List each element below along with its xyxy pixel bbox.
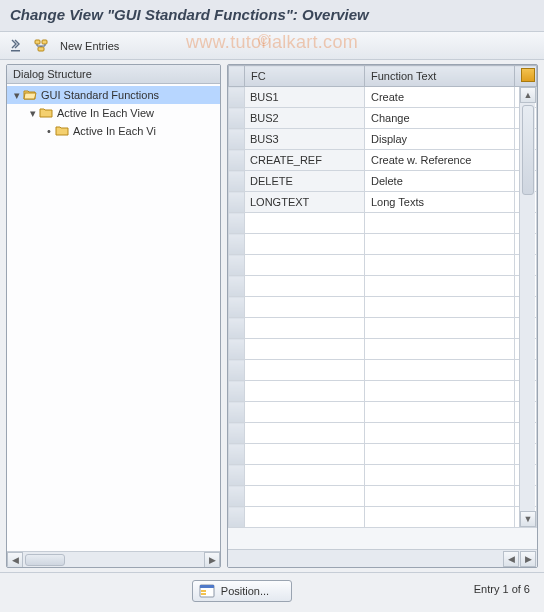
svg-rect-0	[11, 50, 20, 52]
folder-open-icon	[23, 89, 37, 101]
position-label: Position...	[221, 585, 269, 597]
fc-input[interactable]	[245, 108, 364, 128]
row-selector[interactable]	[229, 276, 245, 297]
scroll-thumb[interactable]	[25, 554, 65, 566]
svg-rect-1	[35, 40, 40, 44]
folder-icon	[55, 125, 69, 137]
main-area: Dialog Structure ▾GUI Standard Functions…	[0, 60, 544, 572]
folder-icon	[39, 107, 53, 119]
row-selector[interactable]	[229, 402, 245, 423]
row-selector[interactable]	[229, 87, 245, 108]
row-selector[interactable]	[229, 444, 245, 465]
table-row	[229, 444, 537, 465]
tree-body: ▾GUI Standard Functions▾Active In Each V…	[7, 84, 220, 551]
scroll-up-icon[interactable]: ▲	[520, 87, 536, 103]
svg-rect-7	[201, 593, 206, 595]
tree-node[interactable]: •Active In Each Vi	[7, 122, 220, 140]
table-row	[229, 360, 537, 381]
row-selector[interactable]	[229, 192, 245, 213]
row-selector[interactable]	[229, 486, 245, 507]
collapse-icon[interactable]: ▾	[11, 89, 23, 102]
footer: Position... Entry 1 of 6	[0, 572, 544, 608]
scroll-left-icon[interactable]: ◀	[7, 552, 23, 568]
table-row	[229, 276, 537, 297]
table-row	[229, 507, 537, 528]
function-text-cell: Display	[365, 131, 514, 147]
row-selector[interactable]	[229, 108, 245, 129]
column-header-function-text[interactable]: Function Text	[365, 66, 515, 87]
fc-input[interactable]	[245, 150, 364, 170]
position-icon	[199, 584, 215, 598]
tree-node-label: Active In Each Vi	[73, 125, 156, 137]
table-wrap: FC Function Text CreateChangeDisplayCrea…	[228, 65, 537, 549]
svg-rect-2	[42, 40, 47, 44]
tree-node[interactable]: ▾GUI Standard Functions	[7, 86, 220, 104]
scroll-right-icon[interactable]: ▶	[204, 552, 220, 568]
row-selector[interactable]	[229, 234, 245, 255]
position-button[interactable]: Position...	[192, 580, 292, 602]
table-row	[229, 465, 537, 486]
row-selector[interactable]	[229, 213, 245, 234]
tree-node-label: GUI Standard Functions	[41, 89, 159, 101]
expand-icon[interactable]: •	[43, 125, 55, 137]
row-selector[interactable]	[229, 465, 245, 486]
row-selector[interactable]	[229, 360, 245, 381]
scroll-right-icon[interactable]: ▶	[520, 551, 536, 567]
new-entries-button[interactable]: New Entries	[60, 40, 119, 52]
vertical-scrollbar[interactable]: ▲ ▼	[519, 87, 535, 527]
table-row	[229, 381, 537, 402]
table-row	[229, 423, 537, 444]
function-text-cell: Create w. Reference	[365, 152, 514, 168]
table-row	[229, 213, 537, 234]
table-row	[229, 339, 537, 360]
collapse-icon[interactable]: ▾	[27, 107, 39, 120]
table-row: Change	[229, 108, 537, 129]
function-text-cell: Create	[365, 89, 514, 105]
scroll-thumb[interactable]	[522, 105, 534, 195]
table-row: Delete	[229, 171, 537, 192]
row-selector[interactable]	[229, 423, 245, 444]
row-selector[interactable]	[229, 339, 245, 360]
fc-input[interactable]	[245, 171, 364, 191]
row-selector[interactable]	[229, 150, 245, 171]
toggle-icon[interactable]	[8, 37, 26, 55]
tree-header: Dialog Structure	[7, 65, 220, 84]
table-row: Long Texts	[229, 192, 537, 213]
select-all-header[interactable]	[229, 66, 245, 87]
row-selector[interactable]	[229, 297, 245, 318]
table-row	[229, 402, 537, 423]
entry-info: Entry 1 of 6	[474, 583, 530, 595]
horizontal-scrollbar[interactable]: ◀ ▶	[228, 549, 537, 567]
scroll-left-icon[interactable]: ◀	[503, 551, 519, 567]
table-row	[229, 486, 537, 507]
toolbar: New Entries	[0, 32, 544, 60]
tree-icon[interactable]	[32, 37, 50, 55]
table-row	[229, 234, 537, 255]
svg-rect-3	[38, 47, 44, 51]
table-panel: FC Function Text CreateChangeDisplayCrea…	[227, 64, 538, 568]
table-row: Display	[229, 129, 537, 150]
dialog-structure-panel: Dialog Structure ▾GUI Standard Functions…	[6, 64, 221, 568]
fc-input[interactable]	[245, 129, 364, 149]
table-row: Create	[229, 87, 537, 108]
row-selector[interactable]	[229, 318, 245, 339]
row-selector[interactable]	[229, 129, 245, 150]
row-selector[interactable]	[229, 171, 245, 192]
row-selector[interactable]	[229, 381, 245, 402]
table-config-button[interactable]	[515, 66, 537, 87]
function-text-cell: Delete	[365, 173, 514, 189]
row-selector[interactable]	[229, 507, 245, 528]
table-row	[229, 318, 537, 339]
table-row	[229, 297, 537, 318]
data-table: FC Function Text CreateChangeDisplayCrea…	[228, 65, 537, 528]
tree-node[interactable]: ▾Active In Each View	[7, 104, 220, 122]
page-title: Change View "GUI Standard Functions": Ov…	[0, 0, 544, 32]
tree-horizontal-scrollbar[interactable]: ◀ ▶	[7, 551, 220, 567]
scroll-down-icon[interactable]: ▼	[520, 511, 536, 527]
table-row: Create w. Reference	[229, 150, 537, 171]
row-selector[interactable]	[229, 255, 245, 276]
fc-input[interactable]	[245, 192, 364, 212]
column-header-fc[interactable]: FC	[245, 66, 365, 87]
function-text-cell: Change	[365, 110, 514, 126]
fc-input[interactable]	[245, 87, 364, 107]
